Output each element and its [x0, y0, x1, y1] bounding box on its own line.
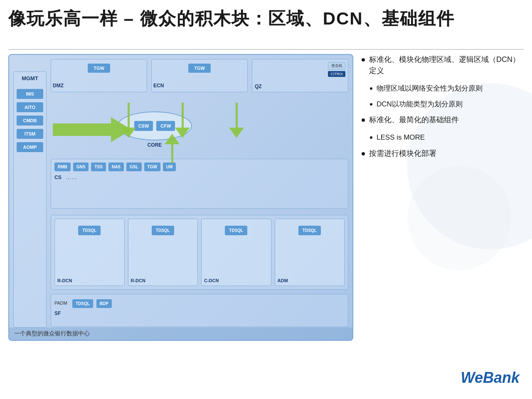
cs-area: RMB GNS TSS NAS GSL TGW UM CS …… [51, 159, 348, 209]
dcn-label-0: R-DCN [57, 278, 72, 283]
dcn-label-2: C-DCN [204, 278, 219, 283]
sub-bullet-2-0: LESS is MORE [370, 132, 524, 143]
zone-dmz: TGW DMZ [51, 59, 147, 92]
cs-btn-gsl: GSL [126, 163, 142, 171]
dcn-btn-2: TDSQL [225, 226, 247, 235]
qz-inner: 堡垒机 CITRIX [328, 62, 345, 77]
sub-bullet-1-1: DCN以功能类型为划分原则 [370, 99, 524, 110]
zone-dmz-label: DMZ [53, 83, 64, 89]
cs-btn-tss: TSS [91, 163, 106, 171]
cs-label: CS [54, 175, 62, 180]
title-area: 像玩乐高一样 – 微众的积木块：区域、DCN、基础组件 [8, 8, 524, 29]
qz-small-label: 堡垒机 [328, 62, 345, 70]
cs-btn-nas: NAS [108, 163, 124, 171]
bullet-text-2: 标准化、最简化的基础组件 [369, 114, 459, 126]
bullet-1: 标准化、模块化物理区域、逻辑区域（DCN）定义 [362, 54, 524, 76]
padm-label: PADM [54, 300, 67, 305]
mgmt-box-itsm: ITSM [17, 129, 43, 139]
mgmt-box-aito: AITO [17, 102, 43, 112]
cs-btn-tgw: TGW [144, 163, 160, 171]
dcn-box-3: TDSQL ADM [275, 219, 345, 286]
webank-bank: Bank [483, 369, 520, 386]
mgmt-column: MGMT IMS AITO CMDB ITSM AOMP [13, 71, 47, 328]
core-ellipse: CSW CFW [117, 111, 192, 140]
dcn-box-1: TDSQL R-DCN [128, 219, 198, 286]
dcn-row: TDSQL R-DCN TDSQL R-DCN TDSQL C-DCN TDSQ… [51, 215, 348, 290]
zone-ecn-label: ECN [153, 83, 164, 89]
bullet-dot-3 [362, 152, 365, 155]
sf-btn-tdsql: TDSQL [72, 299, 93, 308]
mgmt-box-aomp: AOMP [17, 142, 43, 152]
cs-dots: …… [66, 174, 77, 180]
bullet-3: 按需进行模块化部署 [362, 148, 524, 159]
svg-marker-4 [229, 103, 244, 138]
zone-ecn: TGW ECN [151, 59, 248, 92]
webank-we: We [461, 369, 483, 386]
diagram-container: MGMT IMS AITO CMDB ITSM AOMP TGW DMZ TGW… [8, 54, 353, 341]
dcn-label-3: ADM [278, 278, 288, 283]
sf-area: PADM TDSQL BDP SF [51, 294, 348, 327]
zone-qz: 堡垒机 CITRIX QZ [252, 59, 348, 92]
sub-bullet-text-2-0: LESS is MORE [377, 132, 425, 143]
zones-row: TGW DMZ TGW ECN 堡垒机 CITRIX QZ [51, 59, 348, 96]
bullet-text-3: 按需进行模块化部署 [369, 148, 436, 159]
cs-btn-rmb: RMB [54, 163, 71, 171]
cs-btn-gns: GNS [73, 163, 89, 171]
sf-label: SF [54, 310, 345, 316]
mgmt-label: MGMT [22, 75, 38, 81]
bullet-text-1: 标准化、模块化物理区域、逻辑区域（DCN）定义 [369, 54, 524, 76]
sub-bullet-dot-2-0 [370, 136, 372, 139]
dcn-box-0: TDSQL R-DCN [54, 219, 125, 286]
zone-qz-label: QZ [255, 84, 262, 89]
dcn-box-2: TDSQL C-DCN [201, 219, 271, 286]
bullet-2: 标准化、最简化的基础组件 [362, 114, 524, 126]
mgmt-box-cmdb: CMDB [17, 116, 43, 126]
bullet-dot-1 [362, 58, 365, 62]
sf-buttons: TDSQL BDP [72, 299, 112, 308]
bullets-area: 标准化、模块化物理区域、逻辑区域（DCN）定义 物理区域以网络安全性为划分原则 … [362, 54, 524, 166]
bullet-dot-2 [362, 118, 365, 122]
cs-btn-um: UM [163, 163, 176, 171]
dcn-btn-1: TDSQL [152, 226, 174, 235]
tgw-ecn: TGW [188, 64, 211, 73]
mgmt-box-ims: IMS [17, 89, 43, 99]
dcn-btn-0: TDSQL [78, 226, 101, 235]
sub-bullet-text-1-0: 物理区域以网络安全性为划分原则 [377, 83, 483, 94]
webank-logo: WeBank [461, 369, 520, 387]
dcn-btn-3: TDSQL [298, 226, 321, 235]
sub-bullet-1-0: 物理区域以网络安全性为划分原则 [370, 83, 524, 94]
cfw-btn: CFW [156, 121, 175, 131]
core-label: CORE [148, 142, 162, 148]
separator [8, 49, 524, 50]
diagram-caption: 一个典型的微众银行数据中心 [9, 328, 352, 340]
citrix-box: CITRIX [328, 71, 345, 77]
sf-btn-bdp: BDP [96, 299, 112, 308]
csw-btn: CSW [134, 121, 153, 131]
cs-buttons-row: RMB GNS TSS NAS GSL TGW UM [54, 163, 345, 171]
sub-bullet-dot-1-0 [370, 87, 372, 90]
dcn-label-1: R-DCN [131, 278, 145, 283]
core-area: CSW CFW CORE [96, 105, 213, 155]
tgw-dmz: TGW [88, 64, 110, 73]
sub-bullet-text-1-1: DCN以功能类型为划分原则 [377, 99, 463, 110]
page-title: 像玩乐高一样 – 微众的积木块：区域、DCN、基础组件 [8, 8, 524, 29]
sub-bullet-dot-1-1 [370, 103, 372, 106]
